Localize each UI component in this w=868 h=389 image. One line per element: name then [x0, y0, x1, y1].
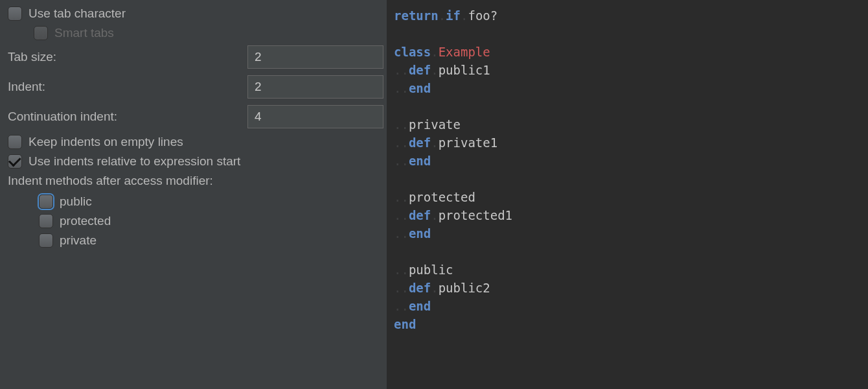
- relative-indents-checkbox[interactable]: [8, 154, 22, 169]
- modifier-public-label: public: [60, 194, 92, 209]
- continuation-indent-label: Continuation indent:: [8, 110, 247, 124]
- use-tab-character-label: Use tab character: [29, 6, 126, 21]
- use-tab-character-checkbox[interactable]: [8, 6, 22, 21]
- modifier-protected-checkbox[interactable]: [39, 214, 53, 228]
- modifier-protected-row: protected: [39, 214, 379, 228]
- modifier-protected-label: protected: [60, 214, 111, 228]
- code-line: ..end: [394, 224, 862, 242]
- smart-tabs-label: Smart tabs: [54, 26, 114, 40]
- relative-indents-row: Use indents relative to expression start: [8, 154, 379, 169]
- tab-size-label: Tab size:: [8, 50, 247, 64]
- indent-settings-panel: Use tab character Smart tabs Tab size: I…: [0, 0, 387, 389]
- modifier-public-row: public: [39, 194, 379, 209]
- code-line: class.Example: [394, 43, 862, 61]
- access-modifier-group: public protected private: [8, 194, 379, 248]
- keep-indents-empty-checkbox[interactable]: [8, 135, 22, 149]
- smart-tabs-checkbox: [34, 26, 48, 40]
- modifier-private-row: private: [39, 233, 379, 248]
- continuation-indent-row: Continuation indent:: [8, 105, 379, 128]
- code-line: ..protected: [394, 188, 862, 206]
- code-line: [394, 170, 862, 188]
- code-line: ..end: [394, 297, 862, 315]
- code-line: ..def.public1: [394, 61, 862, 79]
- tab-size-row: Tab size:: [8, 45, 379, 69]
- smart-tabs-row: Smart tabs: [8, 26, 379, 40]
- code-line: [394, 97, 862, 115]
- code-line: return.if.foo?: [394, 6, 862, 25]
- code-preview: return.if.foo? class.Example..def.public…: [387, 0, 868, 389]
- use-tab-character-row: Use tab character: [8, 6, 379, 21]
- code-line: [394, 25, 862, 43]
- keep-indents-empty-row: Keep indents on empty lines: [8, 135, 379, 149]
- code-line: ..def.private1: [394, 134, 862, 152]
- tab-size-input[interactable]: [247, 45, 383, 69]
- indent-label: Indent:: [8, 80, 247, 94]
- indent-input[interactable]: [247, 75, 383, 99]
- code-line: ..private: [394, 115, 862, 134]
- modifier-private-checkbox[interactable]: [39, 233, 53, 248]
- code-line: end: [394, 315, 862, 333]
- indent-after-modifier-label: Indent methods after access modifier:: [8, 174, 379, 188]
- code-line: ..def.public2: [394, 279, 862, 297]
- modifier-private-label: private: [60, 233, 97, 248]
- modifier-public-checkbox[interactable]: [39, 194, 53, 209]
- continuation-indent-input[interactable]: [247, 105, 383, 128]
- code-line: ..end: [394, 152, 862, 170]
- code-line: ..def.protected1: [394, 206, 862, 224]
- code-line: ..end: [394, 79, 862, 97]
- keep-indents-empty-label: Keep indents on empty lines: [29, 135, 183, 149]
- code-line: ..public: [394, 261, 862, 279]
- indent-row: Indent:: [8, 75, 379, 99]
- relative-indents-label: Use indents relative to expression start: [29, 154, 240, 169]
- code-line: [394, 242, 862, 261]
